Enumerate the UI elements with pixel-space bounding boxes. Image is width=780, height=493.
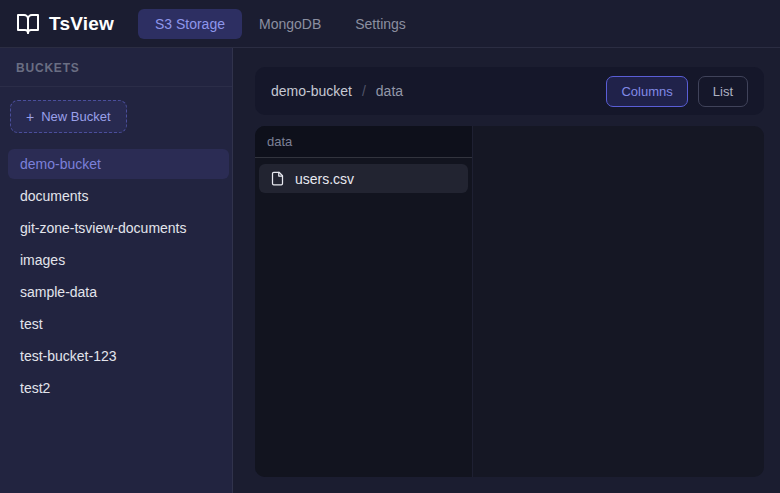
bucket-list: demo-bucket documents git-zone-tsview-do… bbox=[0, 149, 232, 405]
file-icon bbox=[270, 171, 285, 186]
top-navbar: TsView S3 Storage MongoDB Settings bbox=[0, 0, 780, 48]
new-bucket-label: New Bucket bbox=[41, 109, 110, 124]
bucket-item-sample-data[interactable]: sample-data bbox=[8, 277, 229, 307]
app-title: TsView bbox=[49, 13, 114, 35]
bucket-item-demo-bucket[interactable]: demo-bucket bbox=[8, 149, 229, 179]
breadcrumb-separator: / bbox=[362, 83, 366, 99]
columns-view-button[interactable]: Columns bbox=[606, 76, 687, 107]
bucket-item-test[interactable]: test bbox=[8, 309, 229, 339]
breadcrumb-path: data bbox=[376, 83, 403, 99]
tab-mongodb[interactable]: MongoDB bbox=[242, 9, 338, 39]
main-area: demo-bucket / data Columns List data bbox=[233, 48, 780, 493]
sidebar-heading: BUCKETS bbox=[0, 48, 232, 87]
plus-icon: + bbox=[26, 110, 34, 124]
bucket-item-test2[interactable]: test2 bbox=[8, 373, 229, 403]
buckets-sidebar: BUCKETS + New Bucket demo-bucket documen… bbox=[0, 48, 233, 493]
file-row-users-csv[interactable]: users.csv bbox=[259, 164, 468, 193]
book-open-icon bbox=[16, 12, 40, 36]
new-bucket-button[interactable]: + New Bucket bbox=[10, 100, 127, 133]
view-toggle: Columns List bbox=[606, 76, 748, 107]
app-window: TsView S3 Storage MongoDB Settings BUCKE… bbox=[0, 0, 780, 493]
file-name: users.csv bbox=[295, 171, 354, 187]
new-bucket-wrap: + New Bucket bbox=[0, 87, 232, 133]
breadcrumb-bucket[interactable]: demo-bucket bbox=[271, 83, 352, 99]
list-view-button[interactable]: List bbox=[698, 76, 748, 107]
bucket-item-test-bucket-123[interactable]: test-bucket-123 bbox=[8, 341, 229, 371]
breadcrumb: demo-bucket / data bbox=[271, 83, 403, 99]
tab-s3-storage[interactable]: S3 Storage bbox=[138, 9, 242, 39]
bucket-item-git-zone-tsview-documents[interactable]: git-zone-tsview-documents bbox=[8, 213, 229, 243]
explorer-toolbar: demo-bucket / data Columns List bbox=[255, 67, 764, 115]
bucket-item-documents[interactable]: documents bbox=[8, 181, 229, 211]
app-logo: TsView bbox=[16, 12, 114, 36]
column-header: data bbox=[255, 126, 472, 158]
tab-settings[interactable]: Settings bbox=[338, 9, 423, 39]
bucket-item-images[interactable]: images bbox=[8, 245, 229, 275]
explorer-column-data: data users.csv bbox=[255, 126, 473, 477]
nav-tabs: S3 Storage MongoDB Settings bbox=[138, 9, 423, 39]
explorer-panel: data users.csv bbox=[255, 126, 764, 477]
